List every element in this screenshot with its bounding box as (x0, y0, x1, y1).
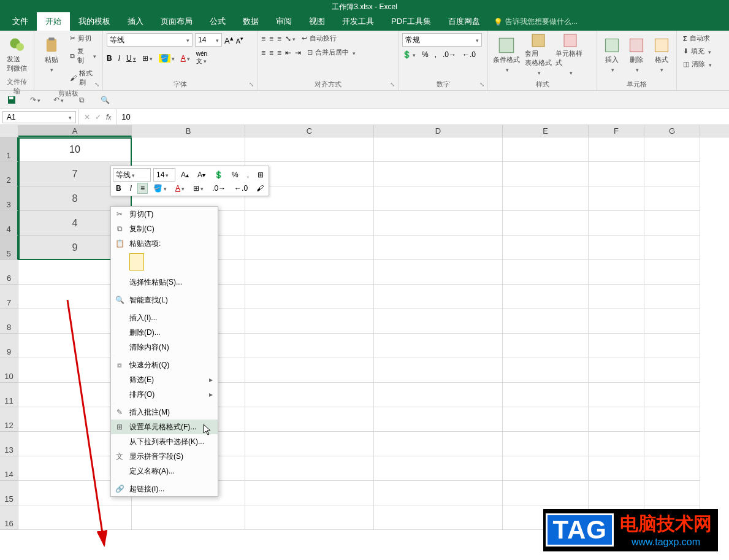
row-header[interactable]: 9 (0, 334, 18, 358)
cell[interactable] (374, 285, 503, 309)
phonetic-guide-button[interactable]: wén文 (196, 50, 207, 66)
cell[interactable]: 10 (18, 137, 132, 162)
mini-font-name[interactable]: 等线 (113, 168, 151, 182)
tab-data[interactable]: 数据 (234, 12, 267, 31)
cell[interactable] (503, 334, 589, 358)
increase-decimal-icon[interactable]: .0→ (443, 50, 456, 59)
ctx-hyperlink[interactable]: 🔗超链接(I)... (111, 481, 218, 496)
cell[interactable] (503, 407, 589, 432)
cell[interactable] (589, 236, 644, 260)
cell[interactable] (374, 186, 503, 211)
formula-input[interactable]: 10 (116, 112, 729, 121)
row-header[interactable]: 1 (0, 137, 18, 162)
ctx-format_cells[interactable]: ⊞设置单元格格式(F)... (111, 420, 218, 434)
cell[interactable] (589, 137, 644, 162)
mini-font-size[interactable]: 14 (153, 168, 175, 182)
cell[interactable] (245, 432, 374, 456)
mini-border-icon[interactable]: ⊞ (254, 169, 267, 180)
cell[interactable] (644, 358, 700, 383)
merge-center-button[interactable]: ⊡合并后居中 (305, 47, 358, 58)
col-header-g[interactable]: G (644, 125, 700, 137)
ctx-cut[interactable]: ✂剪切(T) (111, 207, 218, 221)
cell[interactable] (503, 309, 589, 334)
cell[interactable] (245, 285, 374, 309)
print-preview-icon[interactable]: 🔍 (98, 93, 112, 107)
tell-me-search[interactable]: 💡 告诉我您想要做什么... (489, 13, 582, 31)
bold-button[interactable]: B (107, 54, 112, 63)
cut-button[interactable]: ✂剪切 (67, 33, 99, 44)
align-bottom-icon[interactable]: ≡ (277, 34, 281, 43)
tab-file[interactable]: 文件 (4, 12, 37, 31)
cell[interactable] (644, 407, 700, 432)
indent-decrease-icon[interactable]: ⇤ (285, 48, 291, 57)
cell-styles-button[interactable]: 单元格样式 (555, 33, 585, 76)
cell[interactable] (644, 285, 700, 309)
cell[interactable] (644, 260, 700, 285)
cell[interactable] (589, 432, 644, 456)
cell[interactable] (503, 236, 589, 260)
cell[interactable] (503, 432, 589, 456)
indent-increase-icon[interactable]: ⇥ (295, 48, 301, 57)
decrease-font-icon[interactable]: A▾ (236, 35, 243, 45)
mini-currency-icon[interactable]: 💲 (211, 169, 226, 180)
clipboard-launcher-icon[interactable]: ⤡ (93, 80, 101, 89)
cell[interactable] (589, 186, 644, 211)
cell[interactable] (374, 383, 503, 407)
cell[interactable] (503, 456, 589, 481)
ctx-comment[interactable]: ✎插入批注(M) (111, 405, 218, 420)
cell[interactable] (374, 481, 503, 505)
tab-home[interactable]: 开始 (37, 12, 70, 31)
ctx-quick[interactable]: ⧈快速分析(Q) (111, 358, 218, 372)
cell[interactable] (374, 236, 503, 260)
row-header[interactable]: 8 (0, 309, 18, 334)
ctx-delete[interactable]: 删除(D)... (111, 325, 218, 340)
cancel-formula-icon[interactable]: ✕ (84, 113, 90, 121)
col-header-f[interactable]: F (589, 125, 644, 137)
row-header[interactable]: 3 (0, 186, 18, 211)
mini-bold-button[interactable]: B (113, 183, 124, 194)
cell[interactable] (589, 260, 644, 285)
orientation-icon[interactable]: ⤡ (285, 34, 296, 43)
cell[interactable] (589, 162, 644, 186)
row-header[interactable]: 2 (0, 162, 18, 186)
align-launcher-icon[interactable]: ⤡ (388, 80, 397, 89)
row-header[interactable]: 7 (0, 285, 18, 309)
insert-cells-button[interactable]: 插入 (601, 33, 623, 76)
cell[interactable] (503, 260, 589, 285)
cell[interactable] (503, 186, 589, 211)
paste-button[interactable]: 粘贴 (38, 33, 65, 76)
paste-option-icon[interactable] (129, 253, 144, 270)
spreadsheet-grid[interactable]: A B C D E F G 11027384459678910111213141… (0, 125, 729, 530)
cell[interactable] (644, 236, 700, 260)
align-right-icon[interactable]: ≡ (277, 48, 281, 57)
cell[interactable] (245, 481, 374, 505)
row-header[interactable]: 11 (0, 383, 18, 407)
ctx-insert[interactable]: 插入(I)... (111, 310, 218, 325)
comma-button[interactable]: , (435, 50, 437, 59)
number-format-select[interactable]: 常规 (402, 33, 482, 47)
decrease-decimal-icon[interactable]: ←.0 (462, 50, 476, 59)
row-header[interactable]: 15 (0, 481, 18, 505)
italic-button[interactable]: I (118, 54, 120, 63)
col-header-b[interactable]: B (132, 125, 245, 137)
cell[interactable] (245, 456, 374, 481)
mini-font-color-button[interactable]: A (172, 183, 188, 194)
row-header[interactable]: 4 (0, 211, 18, 236)
number-launcher-icon[interactable]: ⤡ (478, 80, 486, 89)
format-cells-button[interactable]: 格式 (651, 33, 673, 76)
cell[interactable] (644, 456, 700, 481)
copy-button[interactable]: ⧉复制 (67, 46, 99, 66)
mini-italic-button[interactable]: I (127, 183, 135, 194)
ctx-paste_opt[interactable]: 📋粘贴选项: (111, 236, 218, 251)
tab-formulas[interactable]: 公式 (201, 12, 234, 31)
cell[interactable] (644, 162, 700, 186)
ctx-dropdown[interactable]: 从下拉列表中选择(K)... (111, 434, 218, 449)
cell[interactable] (132, 137, 245, 162)
cell[interactable] (589, 285, 644, 309)
cell[interactable] (374, 432, 503, 456)
cell[interactable] (374, 260, 503, 285)
col-header-e[interactable]: E (503, 125, 589, 137)
wrap-text-button[interactable]: ↩自动换行 (299, 33, 339, 44)
row-header[interactable]: 12 (0, 407, 18, 432)
row-header[interactable]: 14 (0, 456, 18, 481)
